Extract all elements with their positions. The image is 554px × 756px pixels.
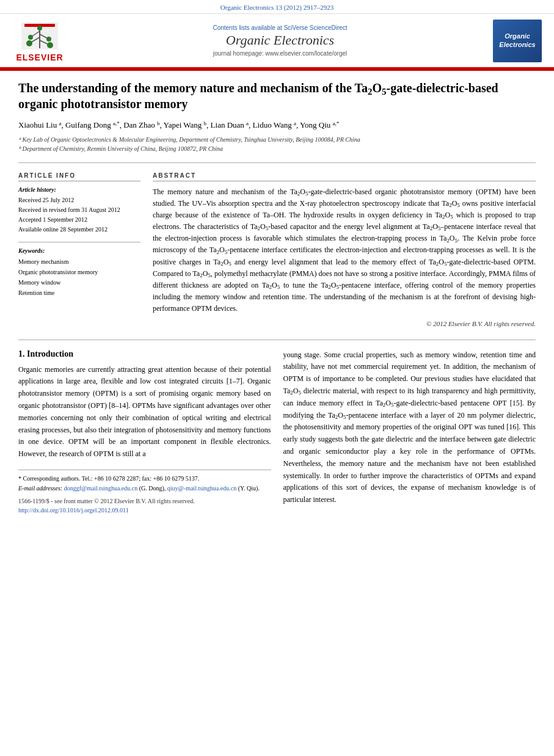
keywords-section: Keywords: Memory mechanism Organic photo… — [18, 247, 140, 298]
elsevier-logo: ELSEVIER — [12, 19, 67, 62]
journal-center-info: Contents lists available at SciVerse Sci… — [73, 24, 487, 56]
issn-line: 1566-1199/$ - see front matter © 2012 El… — [18, 496, 271, 506]
email-dong[interactable]: donggf@mail.tsinghua.edu.cn — [64, 485, 138, 492]
keyword-3: Memory window — [18, 277, 140, 288]
section-divider-1 — [18, 162, 536, 163]
abstract-column: ABSTRACT The memory nature and mechanism… — [153, 172, 536, 327]
intro-left-col: 1. Introduction Organic memories are cur… — [18, 349, 271, 515]
article-title: The understanding of the memory nature a… — [18, 80, 536, 112]
affiliation-a: ᵃ Key Lab of Organic Optoelectronics & M… — [18, 135, 536, 144]
received-date: Received 25 July 2012 — [18, 195, 140, 205]
keywords-divider — [18, 242, 140, 242]
article-history-label: Article history: — [18, 186, 140, 193]
elsevier-wordmark: ELSEVIER — [16, 53, 63, 62]
svg-point-10 — [47, 42, 53, 48]
main-content: The understanding of the memory nature a… — [0, 71, 554, 524]
abstract-body: The memory nature and mechanism of the T… — [153, 186, 536, 315]
sciverse-line: Contents lists available at SciVerse Sci… — [73, 24, 487, 31]
journal-right-logo: OrganicElectronics — [493, 20, 542, 62]
affiliation-b: ᵇ Department of Chemistry, Renmin Univer… — [18, 144, 536, 153]
top-citation-bar: Organic Electronics 13 (2012) 2917–2923 — [0, 0, 554, 14]
intro-paragraph-left: Organic memories are currently attractin… — [18, 364, 271, 460]
intro-heading: 1. Introduction — [18, 349, 271, 359]
footnote-section: * Corresponding authors. Tel.: +86 10 62… — [18, 470, 271, 515]
article-history-section: Article history: Received 25 July 2012 R… — [18, 186, 140, 234]
citation-text: Organic Electronics 13 (2012) 2917–2923 — [221, 4, 334, 11]
keyword-2: Organic phototransistor memory — [18, 267, 140, 277]
authors-line: Xiaohui Liu a, Guifang Dong a,*, Dan Zha… — [18, 119, 536, 131]
article-info-column: ARTICLE INFO Article history: Received 2… — [18, 172, 140, 327]
svg-point-11 — [37, 26, 42, 31]
svg-point-9 — [26, 40, 32, 46]
footnote-email: E-mail addresses: donggf@mail.tsinghua.e… — [18, 484, 271, 493]
email-qiu[interactable]: qiuy@-mail.tsinghua.edu.cn — [167, 485, 236, 492]
journal-homepage: journal homepage: www.elsevier.com/locat… — [73, 50, 487, 57]
available-date: Available online 28 September 2012 — [18, 225, 140, 234]
article-info-label: ARTICLE INFO — [18, 172, 140, 181]
introduction-section: 1. Introduction Organic memories are cur… — [18, 349, 536, 515]
received-revised-date: Received in revised form 31 August 2012 — [18, 205, 140, 215]
keyword-4: Retention time — [18, 288, 140, 298]
svg-point-7 — [28, 35, 33, 40]
right-logo-title: OrganicElectronics — [499, 32, 535, 48]
abstract-label: ABSTRACT — [153, 172, 536, 181]
journal-header: ELSEVIER Contents lists available at Sci… — [0, 14, 554, 68]
info-abstract-columns: ARTICLE INFO Article history: Received 2… — [18, 172, 536, 327]
sciverse-link[interactable]: SciVerse ScienceDirect — [284, 24, 348, 31]
intro-paragraph-right: young stage. Some crucial properties, su… — [283, 349, 536, 506]
elsevier-tree-icon — [18, 19, 61, 53]
keywords-label: Keywords: — [18, 247, 140, 254]
intro-right-col: young stage. Some crucial properties, su… — [283, 349, 536, 515]
footnote-corresponding: * Corresponding authors. Tel.: +86 10 62… — [18, 474, 271, 484]
section-divider-2 — [18, 340, 536, 340]
affiliations: ᵃ Key Lab of Organic Optoelectronics & M… — [18, 135, 536, 153]
keyword-1: Memory mechanism — [18, 256, 140, 267]
doi-link[interactable]: http://dx.doi.org/10.1016/j.orgel.2012.0… — [18, 506, 271, 515]
copyright-line: © 2012 Elsevier B.V. All rights reserved… — [153, 320, 536, 327]
svg-point-8 — [46, 37, 51, 42]
journal-title: Organic Electronics — [73, 32, 487, 48]
contents-text: Contents lists available at — [213, 24, 282, 31]
accepted-date: Accepted 1 September 2012 — [18, 215, 140, 225]
